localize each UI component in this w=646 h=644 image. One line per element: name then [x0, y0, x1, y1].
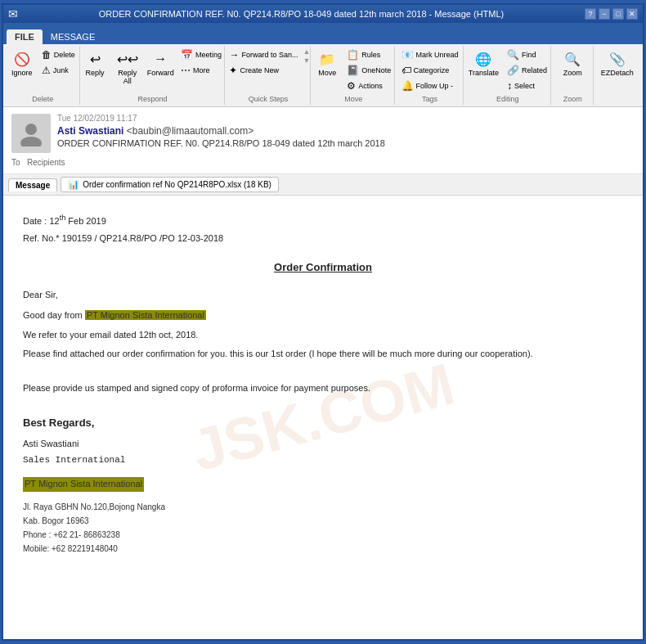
ezdetach-icon: 📎	[608, 49, 627, 69]
avatar	[11, 114, 51, 153]
close-button[interactable]: ✕	[626, 8, 638, 20]
email-meta: Tue 12/02/2019 11:17 Asti Swastiani <bau…	[57, 114, 635, 148]
ignore-icon: 🚫	[12, 49, 32, 69]
forward-button[interactable]: → Forward	[145, 47, 176, 79]
categorize-button[interactable]: 🏷 Categorize	[398, 63, 462, 78]
title-bar: ✉ ORDER CONFIRMATION REF. N0. QP214.R8/P…	[3, 5, 643, 23]
mark-unread-icon: 📧	[402, 49, 414, 61]
quicksteps-col: → Forward to San... ✦ Create New	[226, 47, 301, 78]
reply-icon: ↩	[85, 49, 105, 69]
follow-up-button[interactable]: 🔔 Follow Up -	[398, 79, 462, 93]
email-header: Tue 12/02/2019 11:17 Asti Swastiani <bau…	[3, 107, 643, 174]
actions-icon: ⚙	[347, 80, 356, 92]
sender-email: <baubin@limaautomall.com>	[127, 125, 254, 137]
ribbon: 🚫 Ignore 🗑 Delete ⚠ Junk Delete	[3, 44, 643, 107]
reply-button[interactable]: ↩ Reply	[80, 47, 110, 79]
delete-icon: 🗑	[42, 49, 52, 61]
editing-col: 🔍 Find 🔗 Related ↕ Select	[504, 47, 550, 93]
ribbon-group-delete: 🚫 Ignore 🗑 Delete ⚠ Junk Delete	[7, 46, 80, 105]
body-date: Date : 12th Feb 2019	[23, 212, 623, 228]
editing-buttons: 🌐 Translate 🔍 Find 🔗 Related ↕ Select	[465, 47, 550, 93]
tab-message[interactable]: MESSAGE	[43, 29, 103, 44]
ribbon-group-move: 📁 Move 📋 Rules 📓 OneNote ⚙ Actions	[312, 46, 395, 105]
tabs-bar: Message 📊 Order confirmation ref No QP21…	[3, 174, 643, 196]
forward-san-icon: →	[229, 49, 239, 61]
more-respond-button[interactable]: ⋯ More	[177, 63, 225, 78]
tags-col: 📧 Mark Unread 🏷 Categorize 🔔 Follow Up -	[398, 47, 462, 93]
company-name-highlight: PT Mignon Sista International	[85, 310, 206, 320]
respond-group-label: Respond	[138, 93, 168, 103]
body-greeting: Dear Sir,	[23, 288, 623, 303]
respond-col2: 📅 Meeting ⋯ More	[177, 47, 225, 78]
related-button[interactable]: 🔗 Related	[504, 63, 550, 78]
junk-button[interactable]: ⚠ Junk	[38, 63, 79, 78]
delete-buttons: 🚫 Ignore 🗑 Delete ⚠ Junk	[7, 47, 79, 79]
signature: Best Regards, Asti Swastiani Sales Inter…	[23, 415, 623, 556]
sig-title: Sales International	[23, 453, 623, 468]
ribbon-group-zoom: 🔍 Zoom Zoom	[553, 46, 594, 105]
move-buttons: 📁 Move 📋 Rules 📓 OneNote ⚙ Actions	[312, 47, 394, 93]
reply-all-button[interactable]: ↩↩ Reply All	[111, 47, 143, 87]
message-container: JSK.COM Date : 12th Feb 2019 Ref. No.* 1…	[3, 196, 643, 639]
translate-button[interactable]: 🌐 Translate	[465, 47, 502, 79]
body-para2: We refer to your email dated 12th oct, 2…	[23, 328, 623, 343]
move-col: 📋 Rules 📓 OneNote ⚙ Actions	[343, 47, 394, 93]
categorize-icon: 🏷	[402, 65, 411, 76]
help-button[interactable]: ?	[585, 8, 596, 20]
rules-button[interactable]: 📋 Rules	[343, 47, 394, 62]
email-body-content: Date : 12th Feb 2019 Ref. No.* 190159 / …	[23, 212, 623, 556]
ribbon-group-ezdetach: 📎 EZDetach	[595, 46, 639, 105]
ribbon-group-tags: 📧 Mark Unread 🏷 Categorize 🔔 Follow Up -…	[397, 46, 464, 105]
related-icon: 🔗	[507, 65, 519, 76]
email-subject: ORDER CONFIRMATION REF. N0. QP214.R8/PO …	[57, 138, 635, 148]
minimize-button[interactable]: −	[599, 8, 610, 20]
ezdetach-button[interactable]: 📎 EZDetach	[598, 47, 637, 79]
window-title: ORDER CONFIRMATION REF. N0. QP214.R8/PO …	[18, 9, 585, 19]
body-para4: Please provide us stamped and signed cop…	[23, 381, 623, 396]
find-button[interactable]: 🔍 Find	[504, 47, 550, 62]
select-icon: ↕	[507, 80, 512, 92]
forward-icon: →	[150, 49, 170, 69]
body-para1: Good day from PT Mignon Sista Internatio…	[23, 308, 623, 323]
move-button[interactable]: 📁 Move	[312, 47, 342, 79]
zoom-group-label: Zoom	[563, 93, 582, 103]
window-controls: ? − □ ✕	[585, 8, 638, 20]
excel-icon: 📊	[68, 179, 79, 190]
attachment-tab[interactable]: 📊 Order confirmation ref No QP214R8PO.xl…	[61, 177, 279, 192]
delete-button[interactable]: 🗑 Delete	[38, 47, 79, 62]
quicksteps-buttons: → Forward to San... ✦ Create New ▲ ▼	[226, 47, 310, 78]
outlook-window: ✉ ORDER CONFIRMATION REF. N0. QP214.R8/P…	[2, 3, 644, 641]
find-icon: 🔍	[507, 49, 519, 61]
respond-buttons: ↩ Reply ↩↩ Reply All → Forward 📅 Meeting	[80, 47, 225, 87]
zoom-button[interactable]: 🔍 Zoom	[558, 47, 587, 79]
quicksteps-scroll-up[interactable]: ▲	[303, 47, 310, 56]
maximize-button[interactable]: □	[612, 8, 624, 20]
to-value: Recipients	[27, 158, 65, 167]
sig-company-highlight: PT Mignon Sista International	[23, 477, 144, 492]
create-new-button[interactable]: ✦ Create New	[226, 63, 301, 78]
meeting-button[interactable]: 📅 Meeting	[177, 47, 225, 62]
editing-group-label: Editing	[496, 93, 519, 103]
sig-name: Asti Swastiani	[23, 437, 623, 452]
mark-unread-button[interactable]: 📧 Mark Unread	[398, 47, 462, 62]
delete-junk-col: 🗑 Delete ⚠ Junk	[38, 47, 79, 78]
email-to-row: To Recipients	[11, 158, 635, 167]
email-timestamp: Tue 12/02/2019 11:17	[57, 114, 635, 123]
message-tab[interactable]: Message	[8, 178, 57, 191]
tab-file[interactable]: FILE	[7, 29, 43, 44]
quicksteps-scroll-down[interactable]: ▼	[303, 56, 310, 65]
actions-button[interactable]: ⚙ Actions	[343, 79, 394, 93]
create-new-icon: ✦	[229, 65, 237, 76]
reply-all-icon: ↩↩	[118, 49, 137, 69]
quicksteps-group-label: Quick Steps	[249, 93, 289, 103]
onenote-button[interactable]: 📓 OneNote	[343, 63, 394, 78]
meeting-icon: 📅	[181, 49, 193, 61]
translate-icon: 🌐	[473, 49, 493, 69]
select-button[interactable]: ↕ Select	[504, 79, 550, 93]
move-icon: 📁	[317, 49, 337, 69]
forward-to-san-button[interactable]: → Forward to San...	[226, 47, 301, 62]
ignore-button[interactable]: 🚫 Ignore	[7, 47, 37, 79]
body-para3: Please find attached our order confirmat…	[23, 347, 623, 362]
onenote-icon: 📓	[347, 65, 359, 76]
junk-icon: ⚠	[42, 65, 51, 76]
